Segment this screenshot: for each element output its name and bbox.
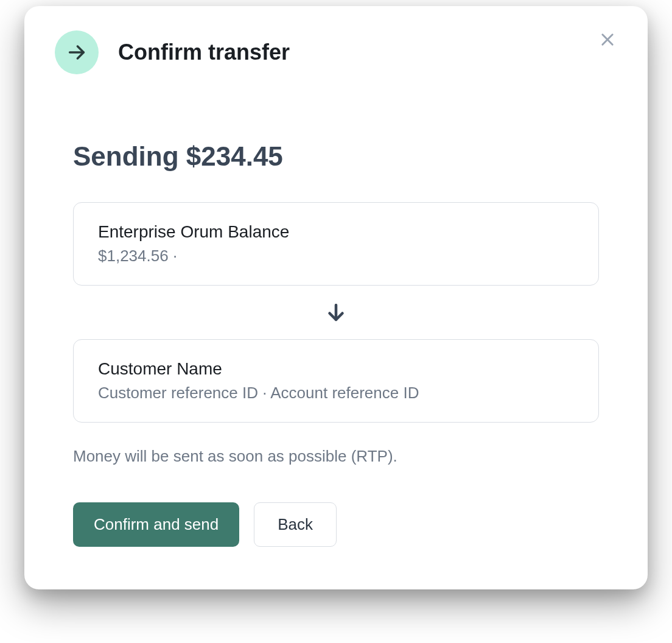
dialog-content: Sending $234.45 Enterprise Orum Balance … <box>55 141 617 547</box>
confirm-transfer-dialog: Confirm transfer Sending $234.45 Enterpr… <box>24 6 648 589</box>
transfer-note: Money will be sent as soon as possible (… <box>73 447 599 466</box>
sending-amount-heading: Sending $234.45 <box>73 141 599 172</box>
source-account-name: Enterprise Orum Balance <box>98 222 574 242</box>
destination-account-name: Customer Name <box>98 359 574 379</box>
source-account-card: Enterprise Orum Balance $1,234.56 · <box>73 202 599 286</box>
dialog-header: Confirm transfer <box>55 30 617 74</box>
dialog-title: Confirm transfer <box>118 40 290 65</box>
close-icon <box>599 31 616 50</box>
close-button[interactable] <box>597 29 618 51</box>
transfer-arrow-icon <box>55 30 99 74</box>
arrow-down-icon <box>73 286 599 339</box>
destination-account-card: Customer Name Customer reference ID · Ac… <box>73 339 599 423</box>
back-button[interactable]: Back <box>254 502 337 547</box>
confirm-send-button[interactable]: Confirm and send <box>73 502 239 547</box>
button-row: Confirm and send Back <box>73 502 599 547</box>
destination-account-detail: Customer reference ID · Account referenc… <box>98 384 574 402</box>
source-account-detail: $1,234.56 · <box>98 247 574 265</box>
